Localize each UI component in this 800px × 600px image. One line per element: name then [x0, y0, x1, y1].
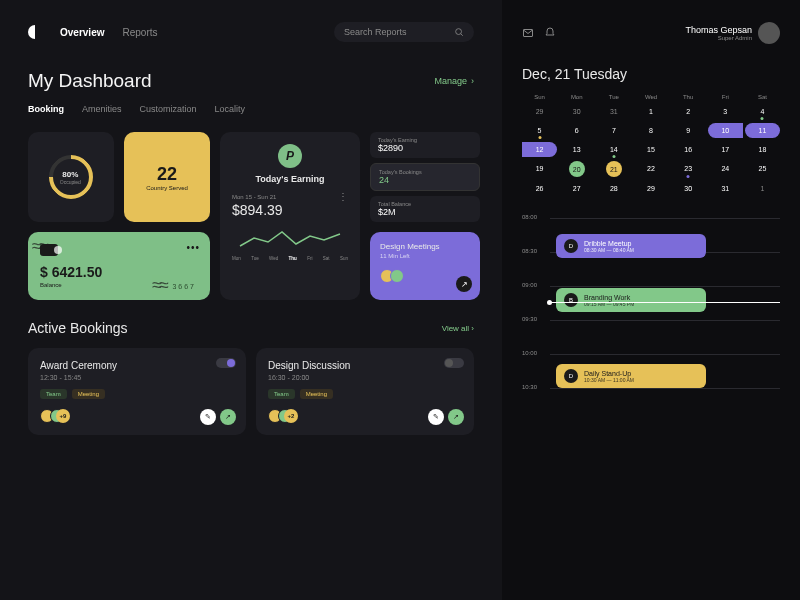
earning-title: Today's Earning — [232, 174, 348, 184]
tab-amenities[interactable]: Amenities — [82, 104, 122, 114]
user-profile[interactable]: Thomas Gepsan Super Admin — [685, 22, 780, 44]
calendar-day[interactable]: 20 — [569, 161, 585, 177]
tab-customization[interactable]: Customization — [140, 104, 197, 114]
timeline-hour: 10:30 — [522, 384, 550, 390]
event-icon: B — [564, 293, 578, 307]
booking-title: Design Discussion — [268, 360, 462, 371]
calendar-day[interactable]: 13 — [559, 142, 594, 157]
arrow-icon[interactable]: ↗ — [456, 276, 472, 292]
side-topbar: Thomas Gepsan Super Admin — [522, 22, 780, 44]
side-icons — [522, 27, 556, 39]
calendar-day[interactable]: 11 — [745, 123, 780, 138]
edit-icon[interactable]: ✎ — [428, 409, 444, 425]
nav-reports[interactable]: Reports — [122, 27, 157, 38]
country-num: 22 — [157, 164, 177, 185]
card-meeting[interactable]: Design Meetings 11 Min Left ↗ — [370, 232, 480, 300]
tab-booking[interactable]: Booking — [28, 104, 64, 114]
svg-line-1 — [461, 34, 463, 36]
timeline-event[interactable]: DDaily Stand-Up10:30 AM — 11:00 AM — [556, 364, 706, 388]
svg-point-0 — [456, 29, 462, 35]
calendar-day[interactable]: 25 — [745, 161, 780, 177]
user-role: Super Admin — [685, 35, 752, 41]
timeline-event[interactable]: DDribble Meetup08:30 AM — 08:40 AM — [556, 234, 706, 258]
occupied-ring: 80%Occupied — [40, 146, 102, 208]
calendar-date: Dec, 21 Tuesday — [522, 66, 780, 82]
stats-column: Today's Earning$2890Today's Bookings24To… — [370, 132, 480, 222]
calendar-day[interactable]: 4 — [745, 104, 780, 119]
search-placeholder: Search Reports — [344, 27, 407, 37]
calendar-day[interactable]: 22 — [633, 161, 668, 177]
calendar-day[interactable]: 29 — [633, 181, 668, 196]
calendar-day[interactable]: 6 — [559, 123, 594, 138]
timeline-event[interactable]: BBranding Work09:15 AM — 09:45 PM — [556, 288, 706, 312]
calendar-day[interactable]: 31 — [596, 104, 631, 119]
calendar-day[interactable]: 1 — [745, 181, 780, 196]
calendar-day[interactable]: 21 — [606, 161, 622, 177]
search-input[interactable]: Search Reports — [334, 22, 474, 42]
arrow-icon[interactable]: ↗ — [448, 409, 464, 425]
calendar-day[interactable]: 29 — [522, 104, 557, 119]
side-panel: Thomas Gepsan Super Admin Dec, 21 Tuesda… — [502, 0, 800, 600]
calendar-day[interactable]: 1 — [633, 104, 668, 119]
chip: Meeting — [72, 389, 105, 399]
calendar-day[interactable]: 23 — [671, 161, 706, 177]
earning-range: Mon 15 - Sun 21 — [232, 194, 348, 200]
page-header: My Dashboard Manage › — [28, 70, 474, 92]
calendar-day[interactable]: 30 — [671, 181, 706, 196]
active-bookings-title: Active Bookings — [28, 320, 128, 336]
calendar-day[interactable]: 28 — [596, 181, 631, 196]
mail-icon[interactable] — [522, 27, 534, 39]
meeting-title: Design Meetings — [380, 242, 470, 251]
calendar-day[interactable]: 10 — [708, 123, 743, 138]
booking-card[interactable]: Award Ceremony12:30 - 15:45TeamMeeting+9… — [28, 348, 246, 435]
calendar-day[interactable]: 17 — [708, 142, 743, 157]
booking-title: Award Ceremony — [40, 360, 234, 371]
calendar-day[interactable]: 2 — [671, 104, 706, 119]
topbar: Overview Reports Search Reports — [28, 22, 474, 42]
bell-icon[interactable] — [544, 27, 556, 39]
booking-time: 16:30 - 20:00 — [268, 374, 462, 381]
calendar-day[interactable]: 15 — [633, 142, 668, 157]
timeline-hour: 09:00 — [522, 282, 550, 288]
toggle[interactable] — [444, 358, 464, 368]
calendar-day[interactable]: 14 — [596, 142, 631, 157]
balance-last4: 3667 — [172, 283, 196, 290]
stat-card: Today's Bookings24 — [370, 163, 480, 191]
calendar-day[interactable]: 26 — [522, 181, 557, 196]
nav-overview[interactable]: Overview — [60, 27, 104, 38]
calendar-day[interactable]: 19 — [522, 161, 557, 177]
calendar-day[interactable]: 9 — [671, 123, 706, 138]
main-panel: Overview Reports Search Reports My Dashb… — [0, 0, 502, 600]
tab-locality[interactable]: Locality — [215, 104, 246, 114]
timeline-hour: 10:00 — [522, 350, 550, 356]
tabs: BookingAmenitiesCustomizationLocality — [28, 104, 474, 114]
search-icon — [454, 27, 464, 37]
calendar-day[interactable]: 8 — [633, 123, 668, 138]
card-more-icon[interactable]: ••• — [186, 242, 200, 253]
calendar-day[interactable]: 5 — [522, 123, 557, 138]
manage-link[interactable]: Manage › — [434, 76, 474, 86]
edit-icon[interactable]: ✎ — [200, 409, 216, 425]
calendar-day[interactable]: 12 — [522, 142, 557, 157]
calendar-day[interactable]: 27 — [559, 181, 594, 196]
calendar-day[interactable]: 30 — [559, 104, 594, 119]
calendar-day[interactable]: 16 — [671, 142, 706, 157]
more-icon[interactable]: ⋮ — [338, 194, 348, 200]
chip: Team — [40, 389, 67, 399]
calendar-day[interactable]: 3 — [708, 104, 743, 119]
earning-sparkline — [232, 226, 348, 252]
bookings-list: Award Ceremony12:30 - 15:45TeamMeeting+9… — [28, 348, 474, 435]
calendar-day[interactable]: 24 — [708, 161, 743, 177]
page-title: My Dashboard — [28, 70, 152, 92]
active-bookings-header: Active Bookings View all › — [28, 320, 474, 336]
toggle[interactable] — [216, 358, 236, 368]
calendar-day[interactable]: 31 — [708, 181, 743, 196]
booking-card[interactable]: Design Discussion16:30 - 20:00TeamMeetin… — [256, 348, 474, 435]
calendar-day[interactable]: 7 — [596, 123, 631, 138]
earning-days: MonTueWedThuFriSatSun — [232, 256, 348, 261]
calendar-day[interactable]: 18 — [745, 142, 780, 157]
calendar: SunMonTueWedThuFriSat 293031123456789101… — [522, 94, 780, 196]
view-all-link[interactable]: View all › — [442, 324, 474, 333]
arrow-icon[interactable]: ↗ — [220, 409, 236, 425]
event-icon: D — [564, 239, 578, 253]
